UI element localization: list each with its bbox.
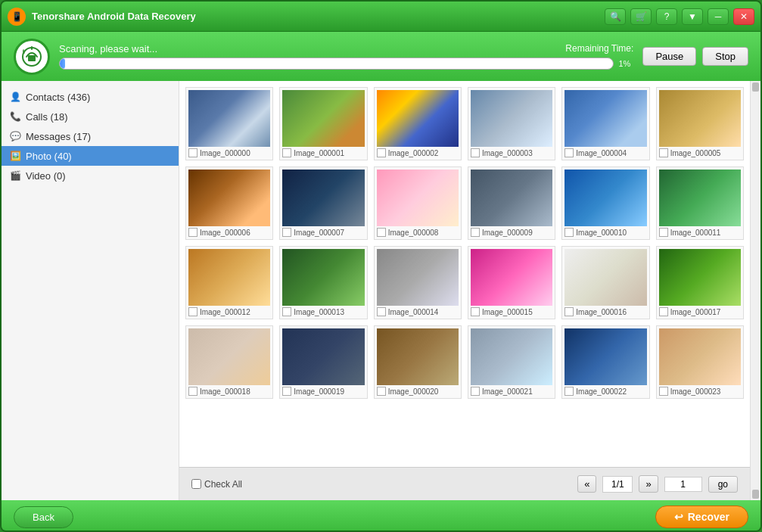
image-checkbox-22[interactable] xyxy=(565,387,574,396)
image-item-18[interactable]: Image_000018 xyxy=(185,325,273,399)
image-checkbox-4[interactable] xyxy=(565,148,574,157)
image-checkbox-12[interactable] xyxy=(188,307,197,316)
image-item-3[interactable]: Image_000003 xyxy=(468,87,555,160)
image-item-11[interactable]: Image_000011 xyxy=(656,166,744,240)
go-button[interactable]: go xyxy=(708,476,738,493)
image-thumb-9 xyxy=(471,170,552,226)
image-item-8[interactable]: Image_000008 xyxy=(374,166,462,240)
image-item-7[interactable]: Image_000007 xyxy=(279,166,367,240)
image-item-4[interactable]: Image_000004 xyxy=(561,87,649,160)
image-thumb-14 xyxy=(377,249,459,306)
image-checkbox-8[interactable] xyxy=(377,228,386,237)
image-item-0[interactable]: Image_000000 xyxy=(185,87,273,160)
title-bar: 📱 Tenorshare Android Data Recovery 🔍 🛒 ?… xyxy=(2,2,760,32)
image-item-1[interactable]: Image_000001 xyxy=(279,87,367,160)
image-thumb-8 xyxy=(377,170,459,226)
image-item-10[interactable]: Image_000010 xyxy=(561,166,649,240)
image-grid: Image_000000Image_000001Image_000002Imag… xyxy=(179,81,750,467)
image-checkbox-15[interactable] xyxy=(471,307,480,316)
content-area: Image_000000Image_000001Image_000002Imag… xyxy=(179,81,750,500)
image-thumb-10 xyxy=(565,170,646,226)
stop-button[interactable]: Stop xyxy=(702,47,748,66)
image-checkbox-9[interactable] xyxy=(471,228,480,237)
image-checkbox-2[interactable] xyxy=(377,148,386,157)
image-thumb-6 xyxy=(188,170,270,226)
footer-bar: Check All « 1/1 » go xyxy=(179,467,750,500)
image-item-23[interactable]: Image_000023 xyxy=(656,325,744,399)
image-item-9[interactable]: Image_000009 xyxy=(468,166,555,240)
image-checkbox-19[interactable] xyxy=(282,387,291,396)
image-checkbox-17[interactable] xyxy=(659,307,668,316)
image-checkbox-10[interactable] xyxy=(565,228,574,237)
image-item-12[interactable]: Image_000012 xyxy=(185,246,273,319)
image-checkbox-23[interactable] xyxy=(659,387,668,396)
image-label-11: Image_000011 xyxy=(670,229,721,237)
cart-button[interactable]: 🛒 xyxy=(630,8,652,25)
image-checkbox-13[interactable] xyxy=(282,307,291,316)
image-item-16[interactable]: Image_000016 xyxy=(561,246,649,319)
image-label-8: Image_000008 xyxy=(388,229,439,237)
image-item-22[interactable]: Image_000022 xyxy=(561,325,649,399)
sidebar-item-video[interactable]: 🎬 Video (0) xyxy=(2,166,179,185)
image-item-20[interactable]: Image_000020 xyxy=(374,325,462,399)
next-page-button[interactable]: » xyxy=(639,475,658,493)
image-item-6[interactable]: Image_000006 xyxy=(185,166,273,240)
image-item-2[interactable]: Image_000002 xyxy=(374,87,462,160)
calls-icon: 📞 xyxy=(9,110,21,123)
image-label-13: Image_000013 xyxy=(294,308,344,316)
sidebar-label-contacts: Contacts (436) xyxy=(26,92,90,103)
close-button[interactable]: ✕ xyxy=(733,8,754,25)
image-checkbox-21[interactable] xyxy=(471,387,480,396)
sidebar-label-messages: Messages (17) xyxy=(26,131,91,142)
check-all-checkbox[interactable] xyxy=(191,479,201,489)
image-item-5[interactable]: Image_000005 xyxy=(656,87,744,160)
scan-progress-fill xyxy=(60,58,65,69)
pause-button[interactable]: Pause xyxy=(642,47,696,66)
image-label-14: Image_000014 xyxy=(388,308,439,316)
image-thumb-13 xyxy=(282,249,364,306)
scan-status-label: Scaning, please wait... xyxy=(59,43,157,54)
image-checkbox-20[interactable] xyxy=(377,387,386,396)
scrollbar-track[interactable] xyxy=(750,81,760,500)
dropdown-button[interactable]: ▼ xyxy=(682,8,703,25)
image-checkbox-3[interactable] xyxy=(471,148,480,157)
first-page-button[interactable]: « xyxy=(577,475,596,493)
image-checkbox-1[interactable] xyxy=(282,148,291,157)
image-checkbox-14[interactable] xyxy=(377,307,386,316)
image-label-6: Image_000006 xyxy=(200,229,250,237)
image-checkbox-7[interactable] xyxy=(282,228,291,237)
image-checkbox-0[interactable] xyxy=(188,148,197,157)
sidebar-item-photo[interactable]: 🖼️ Photo (40) xyxy=(2,146,179,166)
sidebar-item-messages[interactable]: 💬 Messages (17) xyxy=(2,126,179,146)
sidebar-item-calls[interactable]: 📞 Calls (18) xyxy=(2,107,179,126)
image-item-21[interactable]: Image_000021 xyxy=(468,325,555,399)
image-checkbox-11[interactable] xyxy=(659,228,668,237)
image-checkbox-18[interactable] xyxy=(188,387,197,396)
image-item-14[interactable]: Image_000014 xyxy=(374,246,462,319)
image-thumb-23 xyxy=(659,328,741,385)
image-item-17[interactable]: Image_000017 xyxy=(656,246,744,319)
window-controls: 🔍 🛒 ? ▼ ─ ✕ xyxy=(605,8,754,25)
image-item-19[interactable]: Image_000019 xyxy=(279,325,367,399)
page-input[interactable] xyxy=(664,477,702,492)
sidebar-item-contacts[interactable]: 👤 Contacts (436) xyxy=(2,87,179,107)
image-item-13[interactable]: Image_000013 xyxy=(279,246,367,319)
image-thumb-4 xyxy=(565,90,646,147)
image-checkbox-5[interactable] xyxy=(659,148,668,157)
image-label-3: Image_000003 xyxy=(482,149,533,157)
image-thumb-17 xyxy=(659,249,741,306)
minimize-button[interactable]: ─ xyxy=(708,8,729,25)
image-thumb-16 xyxy=(565,249,646,306)
help-button[interactable]: ? xyxy=(656,8,677,25)
back-button[interactable]: Back xyxy=(14,506,73,528)
remaining-label: Remaining Time: xyxy=(565,43,633,54)
page-info: 1/1 xyxy=(602,476,633,493)
image-checkbox-16[interactable] xyxy=(565,307,574,316)
recover-button[interactable]: ↩ Recover xyxy=(655,506,748,528)
check-all-label: Check All xyxy=(204,479,242,490)
image-item-15[interactable]: Image_000015 xyxy=(468,246,555,319)
image-checkbox-6[interactable] xyxy=(188,228,197,237)
image-label-5: Image_000005 xyxy=(670,149,721,157)
scan-info: Scaning, please wait... Remaining Time: … xyxy=(59,43,633,70)
search-button[interactable]: 🔍 xyxy=(605,8,626,25)
